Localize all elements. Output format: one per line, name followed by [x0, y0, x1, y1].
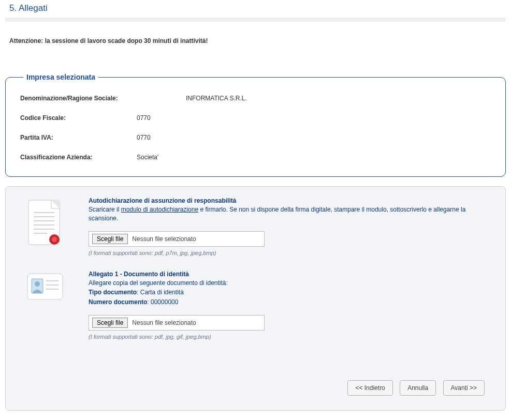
formats-hint: (I formati supportati sono: pdf, p7m, jp…	[89, 250, 485, 256]
company-legend: Impresa selezionata	[23, 73, 98, 81]
company-row-classificazione: Classificazione Azienda: Societa'	[20, 154, 491, 161]
attachment-description: Scaricare il modulo di autodichiarazione…	[89, 205, 485, 223]
company-value: Societa'	[137, 154, 158, 161]
next-button[interactable]: Avanti >>	[443, 380, 485, 396]
tipo-label: Tipo documento	[89, 289, 137, 296]
id-card-icon	[26, 271, 89, 340]
back-button[interactable]: << Indietro	[347, 380, 392, 396]
tipo-documento-line: Tipo documento: Carta di identità	[89, 288, 485, 297]
company-value: 0770	[137, 134, 151, 141]
file-status-text: Nessun file selezionato	[132, 319, 196, 326]
company-label: Classificazione Azienda:	[20, 154, 137, 161]
attachment-documento-identita: Allegato 1 - Documento di identità Alleg…	[26, 271, 485, 340]
company-label: Partita IVA:	[20, 134, 137, 141]
company-value: INFORMATICA S.R.L.	[186, 95, 247, 102]
desc-text: Scaricare il	[89, 206, 121, 213]
attachment-title: Autodichiarazione di assunzione di respo…	[89, 197, 485, 204]
company-label: Codice Fiscale:	[20, 114, 137, 122]
attachment-title: Allegato 1 - Documento di identità	[89, 271, 485, 278]
tipo-value: : Carta di identità	[137, 289, 184, 296]
company-row-partita-iva: Partita IVA: 0770	[20, 134, 491, 141]
attachment-autodichiarazione: Autodichiarazione di assunzione di respo…	[26, 197, 485, 256]
formats-hint: (I formati supportati sono: pdf, jpg, gi…	[89, 334, 485, 340]
choose-file-button[interactable]: Scegli file	[92, 234, 128, 244]
svg-point-11	[35, 281, 40, 287]
numero-label: Numero documento	[89, 298, 147, 306]
attachments-panel: Autodichiarazione di assunzione di respo…	[5, 186, 506, 411]
session-warning: Attenzione: la sessione di lavoro scade …	[5, 37, 506, 44]
attachment-description: Allegare copia del seguente documento di…	[89, 279, 485, 288]
company-label: Denominazione/Ragione Sociale:	[20, 95, 137, 102]
numero-documento-line: Numero documento: 00000000	[89, 298, 485, 307]
company-row-denominazione: Denominazione/Ragione Sociale: INFORMATI…	[20, 95, 491, 102]
section-divider	[5, 18, 506, 22]
section-title: 5. Allegati	[5, 0, 506, 18]
choose-file-button[interactable]: Scegli file	[92, 318, 128, 328]
company-value: 0770	[137, 114, 151, 122]
numero-value: : 00000000	[147, 298, 178, 306]
document-icon	[26, 197, 89, 256]
wizard-buttons: << Indietro Annulla Avanti >>	[26, 354, 485, 400]
autodichiarazione-download-link[interactable]: modulo di autodichiarazione	[121, 206, 198, 213]
file-status-text: Nessun file selezionato	[132, 235, 196, 243]
cancel-button[interactable]: Annulla	[400, 380, 436, 396]
file-chooser-box: Scegli file Nessun file selezionato	[89, 315, 265, 331]
selected-company-fieldset: Impresa selezionata Denominazione/Ragion…	[5, 73, 506, 177]
company-row-codice-fiscale: Codice Fiscale: 0770	[20, 114, 491, 122]
file-chooser-box: Scegli file Nessun file selezionato	[89, 231, 265, 247]
svg-point-8	[52, 237, 57, 242]
